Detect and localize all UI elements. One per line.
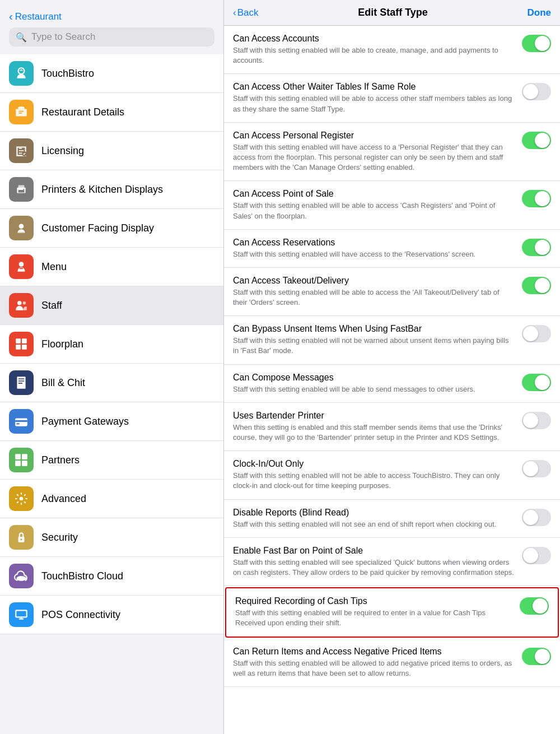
toggle-required-recording-cash-tips[interactable] [520, 597, 549, 615]
back-to-restaurant-button[interactable]: ‹ Restaurant [9, 6, 214, 27]
setting-item-can-access-accounts: Can Access AccountsStaff with this setti… [224, 26, 560, 74]
sidebar-label-cloud: TouchBistro Cloud [41, 570, 123, 582]
sidebar-label-partners: Partners [41, 454, 80, 466]
sidebar: ‹ Restaurant 🔍 Type to Search TouchBistr… [0, 0, 224, 734]
search-bar[interactable]: 🔍 Type to Search [9, 27, 214, 47]
setting-text-can-access-accounts: Can Access AccountsStaff with this setti… [233, 34, 515, 66]
setting-text-required-recording-cash-tips: Required Recording of Cash TipsStaff wit… [235, 596, 513, 628]
setting-item-can-access-other-waiter: Can Access Other Waiter Tables If Same R… [224, 74, 560, 122]
toggle-can-return-items[interactable] [522, 648, 551, 665]
svg-rect-28 [15, 461, 21, 466]
sidebar-item-payment[interactable]: Payment Gateways [0, 402, 223, 441]
sidebar-item-pos[interactable]: POS Connectivity [0, 596, 223, 634]
setting-text-disable-reports: Disable Reports (Blind Read)Staff with t… [233, 508, 515, 529]
staff-icon [9, 293, 34, 318]
sidebar-item-cfd[interactable]: CFDCustomer Facing Display [0, 209, 223, 248]
setting-desc-can-compose-messages: Staff with this setting enabled will be … [233, 384, 515, 394]
toggle-can-access-takeout[interactable] [522, 277, 551, 294]
setting-desc-enable-fast-bar: Staff with this setting enabled will see… [233, 558, 515, 578]
toggle-can-access-point-of-sale[interactable] [522, 190, 551, 207]
setting-title-enable-fast-bar: Enable Fast Bar on Point of Sale [233, 546, 515, 556]
setting-title-can-access-accounts: Can Access Accounts [233, 34, 515, 44]
toggle-enable-fast-bar[interactable] [522, 547, 551, 564]
svg-point-0 [18, 68, 25, 74]
sidebar-item-floorplan[interactable]: Floorplan [0, 325, 223, 364]
sidebar-header: ‹ Restaurant 🔍 Type to Search [0, 0, 223, 54]
svg-point-14 [23, 301, 26, 304]
toggle-disable-reports[interactable] [522, 509, 551, 526]
setting-desc-can-access-takeout: Staff with this setting enabled will be … [233, 287, 515, 308]
sidebar-item-staff[interactable]: Staff [0, 286, 223, 325]
svg-rect-12 [20, 268, 24, 269]
sidebar-item-restaurant[interactable]: Restaurant Details [0, 93, 223, 132]
done-button[interactable]: Done [528, 7, 552, 18]
back-button[interactable]: ‹ Back [233, 7, 258, 18]
svg-rect-35 [16, 611, 26, 617]
setting-desc-can-bypass-unsent: Staff with this setting enabled will not… [233, 336, 515, 356]
toggle-knob-uses-bartender-printer [523, 413, 538, 428]
setting-title-clock-in-out-only: Clock-In/Out Only [233, 459, 515, 469]
sidebar-label-menu: Menu [41, 261, 67, 273]
chevron-left-icon: ‹ [233, 7, 236, 18]
svg-rect-6 [18, 185, 25, 188]
toggle-knob-can-access-reservations [535, 240, 550, 255]
setting-item-can-bypass-unsent: Can Bypass Unsent Items When Using FastB… [224, 316, 560, 364]
cloud-icon [9, 564, 34, 588]
toggle-knob-can-access-point-of-sale [535, 191, 550, 206]
setting-title-can-compose-messages: Can Compose Messages [233, 373, 515, 383]
setting-text-can-access-takeout: Can Access Takeout/DeliveryStaff with th… [233, 276, 515, 308]
search-placeholder: Type to Search [31, 31, 95, 43]
setting-title-can-access-point-of-sale: Can Access Point of Sale [233, 189, 515, 199]
svg-rect-25 [16, 423, 19, 424]
sidebar-item-printers[interactable]: Printers & Kitchen Displays [0, 170, 223, 209]
sidebar-item-touchbistro[interactable]: TouchBistro [0, 54, 223, 93]
toggle-knob-can-access-other-waiter [523, 84, 538, 99]
setting-item-can-access-personal-register: Can Access Personal RegisterStaff with t… [224, 123, 560, 182]
sidebar-item-billchit[interactable]: Bill & Chit [0, 364, 223, 402]
svg-rect-22 [18, 383, 23, 384]
payment-icon [9, 409, 34, 434]
sidebar-item-partners[interactable]: Partners [0, 441, 223, 480]
sidebar-item-security[interactable]: Security [0, 518, 223, 557]
setting-text-can-compose-messages: Can Compose MessagesStaff with this sett… [233, 373, 515, 394]
toggle-can-access-other-waiter[interactable] [522, 83, 551, 100]
setting-item-can-access-takeout: Can Access Takeout/DeliveryStaff with th… [224, 268, 560, 316]
toggle-can-access-reservations[interactable] [522, 239, 551, 256]
setting-item-required-recording-cash-tips: Required Recording of Cash TipsStaff wit… [225, 587, 559, 637]
svg-rect-2 [19, 111, 24, 112]
setting-title-can-return-items: Can Return Items and Access Negative Pri… [233, 647, 515, 657]
sidebar-item-advanced[interactable]: Advanced [0, 480, 223, 518]
setting-desc-uses-bartender-printer: When this setting is enabled and this st… [233, 422, 515, 443]
sidebar-label-pos: POS Connectivity [41, 609, 120, 621]
svg-rect-24 [15, 420, 27, 422]
toggle-can-bypass-unsent[interactable] [522, 325, 551, 342]
toggle-knob-enable-fast-bar [523, 548, 538, 563]
sidebar-item-licensing[interactable]: Licensing [0, 132, 223, 170]
sidebar-label-floorplan: Floorplan [41, 338, 83, 350]
toggle-knob-can-access-takeout [535, 278, 550, 293]
toggle-can-compose-messages[interactable] [522, 374, 551, 391]
setting-text-uses-bartender-printer: Uses Bartender PrinterWhen this setting … [233, 411, 515, 443]
svg-rect-26 [15, 454, 21, 459]
toggle-clock-in-out-only[interactable] [522, 460, 551, 477]
sidebar-item-cloud[interactable]: TouchBistro Cloud [0, 557, 223, 596]
svg-rect-37 [21, 617, 22, 619]
sidebar-label-licensing: Licensing [41, 145, 84, 157]
svg-rect-17 [16, 345, 21, 350]
sidebar-label-restaurant: Restaurant Details [41, 106, 124, 118]
svg-rect-29 [22, 461, 27, 466]
setting-item-can-access-point-of-sale: Can Access Point of SaleStaff with this … [224, 181, 560, 229]
setting-desc-can-return-items: Staff with this setting enabled will be … [233, 658, 515, 679]
svg-point-9 [19, 224, 24, 229]
toggle-can-access-personal-register[interactable] [522, 132, 551, 149]
pos-icon [9, 602, 34, 627]
toggle-knob-can-access-accounts [535, 36, 550, 51]
sidebar-item-menu[interactable]: Menu [0, 248, 223, 286]
setting-item-uses-bartender-printer: Uses Bartender PrinterWhen this setting … [224, 403, 560, 451]
toggle-can-access-accounts[interactable] [522, 35, 551, 52]
toggle-uses-bartender-printer[interactable] [522, 412, 551, 429]
back-restaurant-label: Restaurant [15, 11, 62, 22]
content-panel: ‹ Back Edit Staff Type Done Can Access A… [224, 0, 560, 734]
setting-item-clock-in-out-only: Clock-In/Out OnlyStaff with this setting… [224, 451, 560, 499]
licensing-icon [9, 138, 34, 163]
